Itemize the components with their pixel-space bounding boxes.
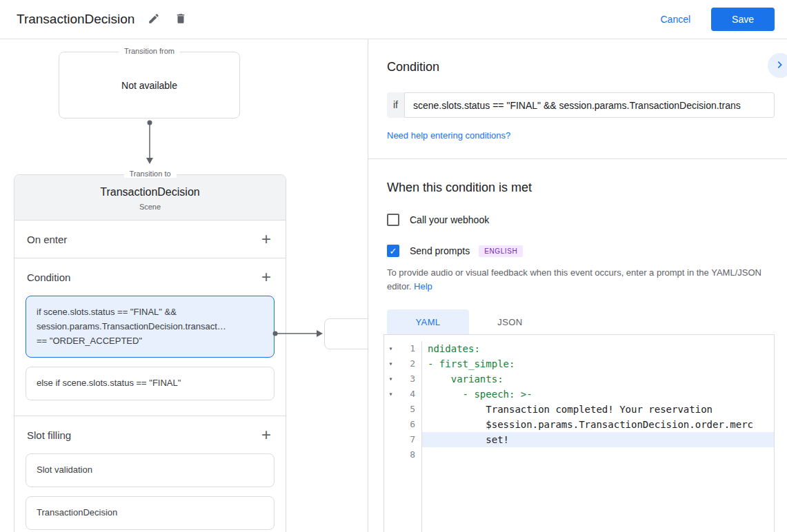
transition-from-node: Transition from Not available [59, 52, 240, 119]
prompt-description-text: To provide audio or visual feedback when… [387, 267, 761, 291]
condition-help-link[interactable]: Need help entering conditions? [387, 130, 510, 141]
scene-name: TransactionDecision [14, 186, 286, 198]
editor-tabs: YAML JSON [387, 309, 775, 334]
editor-line-7[interactable]: 7 set! [384, 432, 774, 447]
line-number: 8 [397, 447, 422, 462]
send-prompts-row: ✓ Send prompts ENGLISH [387, 245, 775, 257]
save-button[interactable]: Save [711, 8, 775, 31]
add-slot-button[interactable]: + [260, 427, 272, 443]
code-text [422, 447, 774, 462]
trash-icon [175, 12, 187, 27]
condition-expression-row: if [387, 92, 775, 118]
code-text: - first_simple: [422, 356, 774, 371]
chevron-right-icon [773, 58, 787, 74]
code-text: variants: [422, 371, 774, 387]
send-prompts-label: Send prompts [410, 245, 470, 256]
page-title: TransactionDecision [17, 12, 135, 27]
editor-line-6[interactable]: 6 $session.params.TransactionDecision.or… [384, 417, 774, 432]
fold-spacer [384, 447, 397, 462]
edit-title-button[interactable] [146, 11, 161, 28]
condition-text-line: == "ORDER_ACCEPTED" [37, 334, 263, 349]
editor-line-3[interactable]: ▾3 variants: [384, 371, 774, 387]
scene-card-header[interactable]: TransactionDecision Scene [14, 175, 286, 221]
slot-filling-section: Slot filling + Slot validation Transacti… [14, 416, 286, 532]
fold-spacer [384, 417, 397, 432]
language-badge: ENGLISH [479, 245, 523, 257]
scene-flow-canvas: Transition from Not available Transition… [0, 39, 368, 532]
transition-to-card: Transition to TransactionDecision Scene … [14, 174, 286, 532]
line-number: 1 [397, 341, 422, 356]
fold-collapse-icon[interactable]: ▾ [384, 356, 397, 371]
transition-from-label: Transition from [119, 47, 180, 55]
checkmark-icon: ✓ [390, 246, 397, 256]
editor-line-1[interactable]: ▾1ndidates: [384, 341, 774, 356]
cancel-button[interactable]: Cancel [660, 14, 690, 25]
condition-text-line: session.params.TransactionDecision.trans… [37, 320, 263, 334]
call-webhook-label: Call your webhook [410, 214, 489, 225]
scene-type-label: Scene [14, 203, 286, 211]
panel-collapse-button[interactable] [768, 53, 787, 78]
condition-expression-input[interactable] [404, 92, 775, 118]
yaml-editor[interactable]: ▾1ndidates:▾2- first_simple:▾3 variants:… [383, 334, 775, 532]
add-on-enter-button[interactable]: + [260, 231, 272, 247]
top-bar: TransactionDecision Cancel Save [0, 0, 787, 39]
flow-arrow-down [145, 120, 156, 167]
condition-item[interactable]: else if scene.slots.status == "FINAL" [26, 367, 275, 400]
webhook-row: Call your webhook [387, 214, 775, 226]
code-text: Transaction completed! Your reservation [422, 402, 774, 417]
transition-to-label: Transition to [123, 170, 176, 178]
editor-gutter-filler [384, 462, 774, 532]
line-number: 4 [397, 387, 422, 402]
condition-text-line: else if scene.slots.status == "FINAL" [37, 376, 263, 391]
condition-text-line: if scene.slots.status == "FINAL" && [37, 305, 263, 320]
pencil-icon [148, 12, 160, 27]
line-number: 6 [397, 417, 422, 432]
code-text: $session.params.TransactionDecision.orde… [422, 417, 774, 432]
call-webhook-checkbox[interactable] [387, 214, 399, 226]
prompt-help-link[interactable]: Help [414, 281, 432, 291]
panel-title: Condition [387, 60, 775, 74]
on-enter-section: On enter + [14, 221, 286, 258]
slot-item-transaction-decision[interactable]: TransactionDecision [26, 496, 275, 530]
condition-section: Condition + if scene.slots.status == "FI… [14, 258, 286, 416]
add-condition-button[interactable]: + [260, 269, 272, 285]
send-prompts-checkbox[interactable]: ✓ [387, 245, 399, 257]
prompt-description: To provide audio or visual feedback when… [387, 266, 775, 294]
fold-collapse-icon[interactable]: ▾ [384, 371, 397, 387]
tab-yaml[interactable]: YAML [387, 309, 469, 334]
line-number: 2 [397, 356, 422, 371]
code-text: ndidates: [422, 341, 774, 356]
code-text: set! [422, 432, 774, 447]
condition-detail-panel: Condition if Need help entering conditio… [368, 39, 787, 532]
editor-line-4[interactable]: ▾4 - speech: >- [384, 387, 774, 402]
transition-from-value: Not available [121, 80, 177, 91]
editor-line-8[interactable]: 8 [384, 447, 774, 462]
line-number: 5 [397, 402, 422, 417]
line-number: 7 [397, 432, 422, 447]
slot-item-validation[interactable]: Slot validation [26, 453, 275, 487]
fold-collapse-icon[interactable]: ▾ [384, 387, 397, 402]
when-condition-met-title: When this condition is met [387, 181, 775, 195]
panel-divider [368, 158, 787, 159]
editor-line-2[interactable]: ▾2- first_simple: [384, 356, 774, 371]
fold-spacer [384, 432, 397, 447]
condition-item-selected[interactable]: if scene.slots.status == "FINAL" && sess… [26, 296, 275, 358]
line-number: 3 [397, 371, 422, 387]
flow-arrow-right [272, 329, 326, 338]
transition-target-node[interactable] [324, 318, 368, 349]
editor-line-5[interactable]: 5 Transaction completed! Your reservatio… [384, 402, 774, 417]
fold-collapse-icon[interactable]: ▾ [384, 341, 397, 356]
condition-section-label: Condition [27, 272, 70, 283]
if-chip: if [387, 92, 404, 118]
slot-filling-section-label: Slot filling [27, 429, 71, 441]
delete-scene-button[interactable] [173, 11, 188, 28]
code-text: - speech: >- [422, 387, 774, 402]
tab-json[interactable]: JSON [469, 309, 551, 334]
on-enter-section-label: On enter [27, 234, 67, 245]
fold-spacer [384, 402, 397, 417]
